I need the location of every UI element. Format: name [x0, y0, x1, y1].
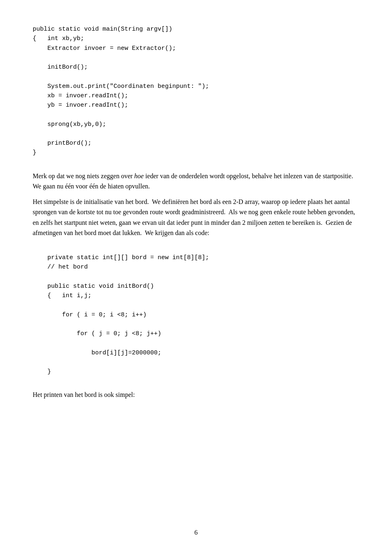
gap-1	[33, 161, 359, 171]
gap-3	[33, 380, 359, 390]
page: public static void main(String argv[]) {…	[0, 0, 392, 551]
prose-paragraph-1: Merk op dat we nog niets zeggen over hoe…	[33, 171, 359, 192]
code-block-2: private static int[][] bord = new int[8]…	[33, 253, 359, 376]
hoe-italic: hoe	[134, 172, 144, 179]
int-keyword-3: int	[62, 292, 73, 299]
prose-paragraph-2: Het simpelste is de initialisatie van he…	[33, 197, 359, 238]
prose-paragraph-3: Het printen van het bord is ook simpel:	[33, 390, 359, 400]
code-block-1: public static void main(String argv[]) {…	[33, 25, 359, 158]
gap-2	[33, 243, 359, 253]
int-keyword-2: int	[102, 254, 114, 261]
int-keyword-1: int	[47, 35, 58, 42]
page-number: 6	[194, 529, 198, 536]
